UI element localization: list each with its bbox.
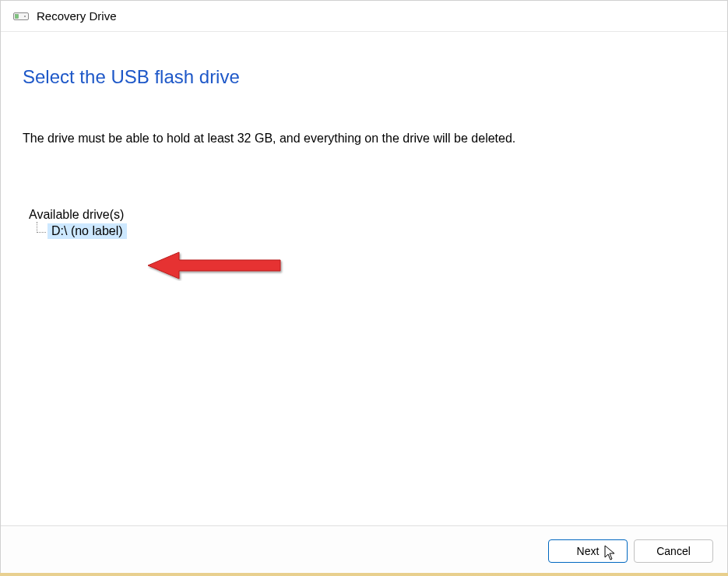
page-heading: Select the USB flash drive (23, 66, 705, 88)
drive-item-d[interactable]: D:\ (no label) (47, 223, 127, 239)
description-text: The drive must be able to hold at least … (23, 132, 705, 146)
next-button[interactable]: Next (548, 539, 628, 563)
drive-tree: D:\ (no label) (37, 223, 705, 239)
footer: Next Cancel (1, 525, 727, 575)
drives-section: Available drive(s) D:\ (no label) (29, 208, 705, 239)
cancel-button[interactable]: Cancel (634, 539, 713, 563)
arrow-annotation (144, 250, 284, 284)
svg-rect-1 (16, 14, 19, 18)
content-area: Select the USB flash drive The drive mus… (1, 32, 727, 525)
tree-connector (37, 222, 46, 233)
recovery-drive-window: Recovery Drive Select the USB flash driv… (0, 0, 728, 576)
window-title: Recovery Drive (37, 9, 117, 23)
drive-icon (13, 11, 29, 22)
available-drives-label: Available drive(s) (29, 208, 705, 222)
titlebar: Recovery Drive (1, 1, 727, 32)
svg-point-2 (24, 16, 26, 17)
bottom-accent-bar (0, 573, 728, 576)
